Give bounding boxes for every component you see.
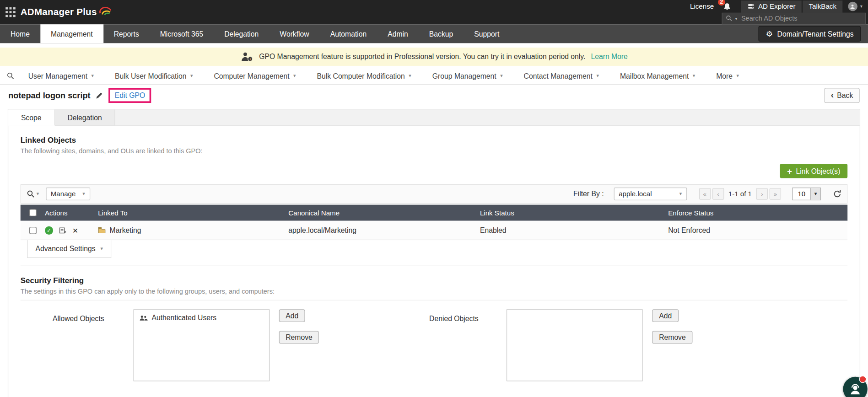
learn-more-link[interactable]: Learn More	[591, 53, 627, 61]
denied-remove-button[interactable]: Remove	[652, 331, 693, 343]
nav-tab-reports[interactable]: Reports	[103, 24, 150, 43]
app-logo[interactable]: ADManager Plus	[21, 7, 116, 18]
drive-icon	[747, 3, 755, 10]
previous-page-button[interactable]: ‹	[712, 188, 724, 199]
nav-tab-backup[interactable]: Backup	[419, 24, 464, 43]
ad-explorer-button[interactable]: AD Explorer	[741, 0, 801, 13]
menu-contact-management[interactable]: Contact Management▾	[513, 72, 609, 80]
menu-group-management[interactable]: Group Management▾	[422, 72, 513, 80]
banner-message: GPO Management feature is supported in P…	[259, 53, 585, 61]
search-input[interactable]	[740, 14, 862, 22]
menu-bulk-computer-modification[interactable]: Bulk Computer Modification▾	[307, 72, 422, 80]
enable-link-icon[interactable]: ✓	[45, 226, 53, 234]
menu-more[interactable]: More▾	[706, 72, 749, 80]
app-launcher-grid-icon[interactable]	[5, 7, 16, 17]
nav-tab-management[interactable]: Management	[40, 24, 103, 43]
link-objects-label: Link Object(s)	[796, 167, 840, 175]
allowed-objects-listbox[interactable]: Authenticated Users	[134, 309, 270, 381]
edit-gpo-link[interactable]: Edit GPO	[115, 91, 145, 99]
allowed-remove-button[interactable]: Remove	[279, 331, 319, 343]
allowed-add-button[interactable]: Add	[279, 309, 305, 322]
chevron-down-icon: ▾	[92, 73, 94, 78]
gear-icon: ⚙	[766, 30, 773, 38]
row-linked-to: Marketing	[98, 226, 288, 234]
chevron-down-icon: ▾	[500, 73, 502, 78]
menu-mailbox-management[interactable]: Mailbox Management▾	[609, 72, 706, 80]
avatar	[848, 2, 857, 11]
link-objects-button[interactable]: + Link Object(s)	[780, 164, 848, 178]
plus-icon: +	[787, 167, 792, 175]
last-page-button[interactable]: »	[770, 188, 781, 199]
denied-buttons: Add Remove	[652, 309, 693, 343]
domain-tenant-settings-label: Domain/Tenant Settings	[777, 30, 854, 38]
page-size-value: 10	[793, 188, 811, 199]
linked-objects-description: The following sites, domains, and OUs ar…	[21, 147, 847, 155]
ad-objects-search: ▾	[722, 12, 866, 24]
column-actions: Actions	[45, 209, 98, 217]
chevron-down-icon: ▾	[190, 73, 193, 78]
domain-filter-value: apple.local	[619, 190, 652, 198]
page-size-select[interactable]: 10 ▼	[792, 188, 821, 200]
gpo-panel: Scope Delegation Linked Objects The foll…	[8, 109, 860, 397]
domain-tenant-settings-button[interactable]: ⚙ Domain/Tenant Settings	[759, 26, 861, 42]
nav-tab-microsoft365[interactable]: Microsoft 365	[150, 24, 214, 43]
list-item[interactable]: Authenticated Users	[139, 314, 264, 322]
section-divider	[21, 266, 847, 266]
tab-delegation[interactable]: Delegation	[55, 110, 115, 126]
nav-tab-automation[interactable]: Automation	[320, 24, 377, 43]
page-range: 1-1 of 1	[728, 190, 752, 198]
domain-filter-dropdown[interactable]: apple.local ▾	[614, 188, 687, 200]
user-account-menu[interactable]: ▾	[842, 2, 867, 11]
menu-search-icon[interactable]	[3, 72, 17, 80]
advanced-settings-dropdown[interactable]: Advanced Settings ▾	[27, 240, 111, 258]
chevron-down-icon: ▾	[679, 192, 682, 197]
column-linked-to: Linked To	[98, 209, 288, 217]
delete-link-icon[interactable]: ×	[72, 225, 78, 235]
nav-right: ⚙ Domain/Tenant Settings	[759, 24, 868, 43]
license-link[interactable]: License	[690, 2, 714, 10]
top-search-row: ▾	[722, 12, 867, 24]
nav-tab-workflow[interactable]: Workflow	[269, 24, 319, 43]
table-row: ✓ ×	[21, 221, 847, 240]
menu-label: Mailbox Management	[620, 72, 689, 80]
linked-objects-table: Actions Linked To Canonical Name Link St…	[21, 205, 847, 240]
talkback-button[interactable]: TalkBack	[803, 0, 842, 13]
nav-tab-support[interactable]: Support	[464, 24, 510, 43]
menu-label: Computer Management	[214, 72, 289, 80]
nav-tab-admin[interactable]: Admin	[377, 24, 419, 43]
menu-bulk-user-modification[interactable]: Bulk User Modification▾	[104, 72, 203, 80]
nav-tab-delegation[interactable]: Delegation	[214, 24, 269, 43]
denied-objects-listbox[interactable]	[507, 309, 643, 381]
edit-link-icon[interactable]	[59, 226, 67, 234]
allowed-object-name: Authenticated Users	[151, 314, 216, 322]
gpo-tabs: Scope Delegation	[8, 110, 860, 126]
advanced-settings-label: Advanced Settings	[35, 245, 95, 253]
evaluation-banner: i GPO Management feature is supported in…	[0, 48, 868, 66]
menu-computer-management[interactable]: Computer Management▾	[203, 72, 306, 80]
column-canonical-name: Canonical Name	[288, 209, 480, 217]
edit-pencil-icon[interactable]	[96, 91, 103, 99]
chevron-down-icon: ▾	[82, 192, 85, 197]
manage-dropdown[interactable]: Manage ▾	[46, 188, 90, 200]
notifications-bell-icon[interactable]: 2	[722, 2, 731, 11]
chevron-down-icon: ▾	[596, 73, 598, 78]
top-bar-links: License 2 AD Explorer TalkBac	[690, 0, 867, 13]
back-button[interactable]: ‹ Back	[824, 88, 860, 103]
canonical-name-value: apple.local/Marketing	[288, 226, 480, 234]
select-all-checkbox[interactable]	[29, 209, 37, 216]
first-page-button[interactable]: «	[699, 188, 711, 199]
menu-label: User Management	[28, 72, 87, 80]
refresh-icon[interactable]	[833, 190, 841, 198]
back-label: Back	[837, 91, 853, 99]
users-icon	[139, 315, 148, 322]
table-search-icon[interactable]: ▾	[27, 190, 39, 198]
menu-user-management[interactable]: User Management▾	[18, 72, 104, 80]
row-checkbox[interactable]	[29, 226, 37, 234]
next-page-button[interactable]: ›	[756, 188, 768, 199]
gpo-name-title: notepad logon script	[8, 91, 90, 100]
denied-add-button[interactable]: Add	[652, 309, 679, 322]
tab-scope[interactable]: Scope	[8, 110, 54, 126]
nav-tab-home[interactable]: Home	[0, 24, 40, 43]
support-chat-button[interactable]	[843, 377, 868, 397]
main-nav: Home Management Reports Microsoft 365 De…	[0, 24, 868, 43]
